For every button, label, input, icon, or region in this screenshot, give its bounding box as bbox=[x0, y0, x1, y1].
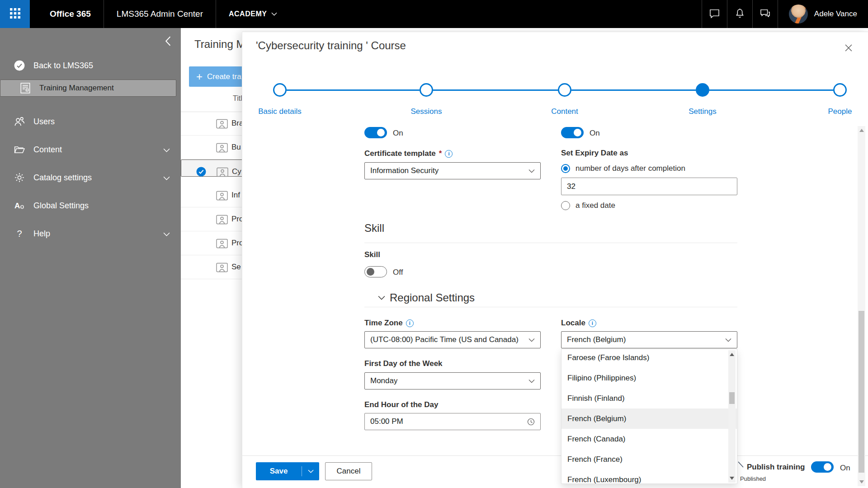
step-sessions-label[interactable]: Sessions bbox=[377, 107, 476, 116]
expiry-fixed-radio-label: a fixed date bbox=[576, 201, 615, 210]
sidebar-item-training-management[interactable]: Training Management bbox=[0, 80, 176, 97]
locale-option[interactable]: French (Canada) bbox=[561, 429, 737, 449]
app-launcher-button[interactable] bbox=[0, 0, 30, 28]
users-icon bbox=[14, 116, 25, 127]
sidebar-item-global-settings[interactable]: A Global Settings bbox=[0, 192, 181, 220]
step-basic-details-label[interactable]: Basic details bbox=[230, 107, 330, 116]
stepper-connector bbox=[571, 89, 696, 91]
scrollbar-thumb[interactable] bbox=[859, 311, 864, 473]
regional-settings-heading[interactable]: Regional Settings bbox=[378, 291, 475, 304]
step-basic-details-circle[interactable] bbox=[273, 83, 287, 97]
notifications-button[interactable] bbox=[727, 0, 752, 28]
step-people-label[interactable]: People bbox=[790, 107, 868, 116]
step-content-label[interactable]: Content bbox=[515, 107, 614, 116]
create-training-label: Create tra bbox=[207, 72, 241, 81]
feedback-button[interactable] bbox=[752, 0, 778, 28]
info-icon[interactable]: i bbox=[589, 319, 596, 327]
sidebar-item-back-to-lms365[interactable]: Back to LMS365 bbox=[0, 52, 181, 80]
expiry-days-input[interactable] bbox=[561, 178, 737, 195]
bell-icon bbox=[734, 7, 746, 21]
info-icon[interactable]: i bbox=[406, 319, 414, 327]
stepper-connector bbox=[287, 89, 420, 91]
step-content-circle[interactable] bbox=[558, 83, 571, 97]
footer-divider bbox=[242, 455, 868, 456]
publish-status-text: Published bbox=[740, 475, 766, 482]
course-person-icon bbox=[216, 263, 228, 274]
time-zone-label: Time Zonei bbox=[364, 319, 414, 328]
locale-option[interactable]: Faroese (Faroe Islands) bbox=[561, 349, 737, 368]
certificate-template-select[interactable]: Information Security bbox=[364, 162, 541, 179]
left-navigation: Back to LMS365 Training Management Users… bbox=[0, 28, 181, 488]
info-icon[interactable]: i bbox=[445, 150, 453, 158]
save-split-button[interactable]: Save bbox=[256, 462, 319, 480]
sidebar-item-content[interactable]: Content bbox=[0, 136, 181, 164]
chevron-down-icon bbox=[163, 173, 170, 183]
scroll-up-arrow[interactable] bbox=[730, 353, 734, 356]
save-button-label: Save bbox=[256, 467, 302, 476]
sidebar-item-help[interactable]: ? Help bbox=[0, 220, 181, 248]
cancel-button[interactable]: Cancel bbox=[325, 462, 372, 480]
dialog-title: 'Cybersecurity training ' Course bbox=[256, 39, 406, 52]
course-title: Cy bbox=[232, 167, 241, 176]
locale-option-highlighted[interactable]: French (Belgium) bbox=[561, 408, 737, 429]
time-zone-value: (UTC-08:00) Pacific Time (US and Canada) bbox=[370, 335, 519, 344]
chat-button[interactable] bbox=[702, 0, 727, 28]
brand-office365[interactable]: Office 365 bbox=[37, 0, 104, 28]
locale-list-scrollbar[interactable] bbox=[728, 350, 736, 483]
time-zone-select[interactable]: (UTC-08:00) Pacific Time (US and Canada) bbox=[364, 331, 541, 348]
scroll-down-arrow[interactable] bbox=[730, 477, 734, 480]
end-hour-input[interactable]: 05:00 PM bbox=[364, 413, 541, 430]
expiry-days-radio-label: number of days after completion bbox=[576, 164, 685, 173]
course-title: Se bbox=[231, 263, 241, 272]
table-column-header-title[interactable]: Titl bbox=[233, 94, 242, 103]
close-button[interactable] bbox=[844, 44, 854, 54]
scrollbar-thumb[interactable] bbox=[729, 392, 735, 404]
chevron-down-icon bbox=[271, 12, 277, 16]
course-title: Bu bbox=[231, 143, 241, 152]
expiry-toggle[interactable] bbox=[561, 127, 584, 138]
locale-option[interactable]: French (France) bbox=[561, 449, 737, 469]
locale-options-list: Faroese (Faroe Islands) Filipino (Philip… bbox=[561, 349, 737, 484]
locale-option[interactable]: Filipino (Philippines) bbox=[561, 368, 737, 388]
first-day-select[interactable]: Monday bbox=[364, 372, 541, 389]
admin-center-title[interactable]: LMS365 Admin Center bbox=[104, 0, 216, 28]
locale-label: Localei bbox=[561, 319, 596, 328]
scroll-up-arrow[interactable] bbox=[859, 129, 864, 132]
locale-select[interactable]: French (Belgium) bbox=[561, 331, 737, 348]
scroll-down-arrow[interactable] bbox=[859, 480, 864, 483]
course-person-icon bbox=[217, 167, 228, 179]
row-selected-check-icon[interactable] bbox=[196, 167, 206, 179]
sidebar-item-label: Back to LMS365 bbox=[33, 61, 93, 70]
chevron-down-icon bbox=[528, 379, 535, 383]
course-person-icon bbox=[216, 191, 228, 202]
skill-toggle[interactable] bbox=[364, 266, 387, 277]
certificate-toggle[interactable] bbox=[364, 127, 387, 138]
chat-icon bbox=[708, 7, 721, 21]
step-settings-circle-active[interactable] bbox=[696, 83, 709, 97]
locale-option[interactable]: Finnish (Finland) bbox=[561, 388, 737, 408]
end-hour-label: End Hour of the Day bbox=[364, 400, 438, 409]
publish-training-label: Publish training bbox=[747, 463, 805, 472]
sidebar-item-catalog-settings[interactable]: Catalog settings bbox=[0, 164, 181, 192]
locale-option[interactable]: French (Luxembourg) bbox=[561, 469, 737, 484]
save-options-chevron[interactable] bbox=[302, 469, 319, 473]
expiry-fixed-date-radio-option[interactable]: a fixed date bbox=[561, 201, 615, 210]
step-people-circle[interactable] bbox=[833, 83, 847, 97]
sidebar-item-label: Help bbox=[33, 229, 50, 239]
tenant-dropdown[interactable]: ACADEMY bbox=[216, 0, 290, 28]
tenant-name: ACADEMY bbox=[229, 10, 267, 18]
svg-text:A: A bbox=[14, 202, 20, 210]
skill-section-heading: Skill bbox=[364, 222, 384, 235]
global-settings-icon: A bbox=[14, 200, 25, 211]
publish-training-toggle[interactable] bbox=[811, 461, 834, 473]
step-settings-label[interactable]: Settings bbox=[653, 107, 752, 116]
collapse-sidebar-button[interactable] bbox=[165, 36, 171, 48]
sidebar-item-users[interactable]: Users bbox=[0, 108, 181, 136]
step-sessions-circle[interactable] bbox=[420, 83, 433, 97]
expiry-days-radio-option[interactable]: number of days after completion bbox=[561, 164, 685, 173]
locale-value: French (Belgium) bbox=[567, 335, 626, 344]
course-person-icon bbox=[216, 239, 228, 250]
chevron-down-icon bbox=[725, 338, 731, 342]
dialog-scrollbar[interactable] bbox=[858, 126, 865, 486]
account-menu[interactable]: Adele Vance bbox=[778, 0, 868, 28]
